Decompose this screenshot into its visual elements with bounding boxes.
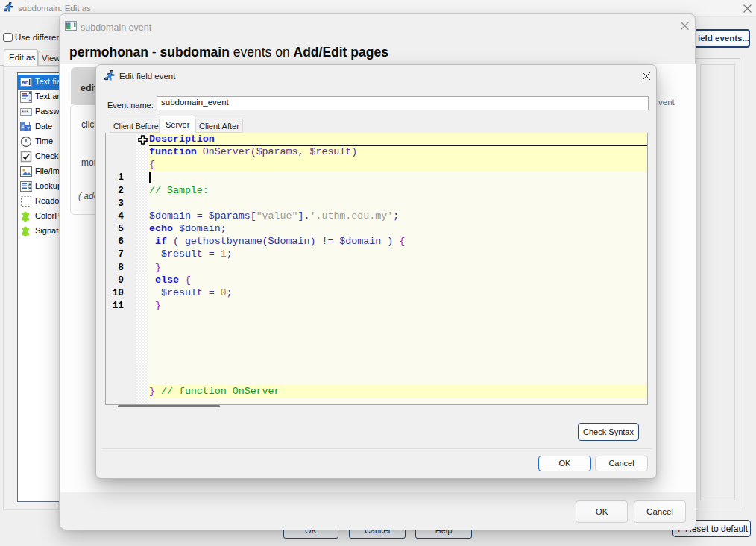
svg-text:4: 4 xyxy=(22,124,25,129)
svg-text:***: *** xyxy=(22,109,28,116)
svg-text:7: 7 xyxy=(27,126,30,131)
svg-text:ab: ab xyxy=(22,79,28,86)
